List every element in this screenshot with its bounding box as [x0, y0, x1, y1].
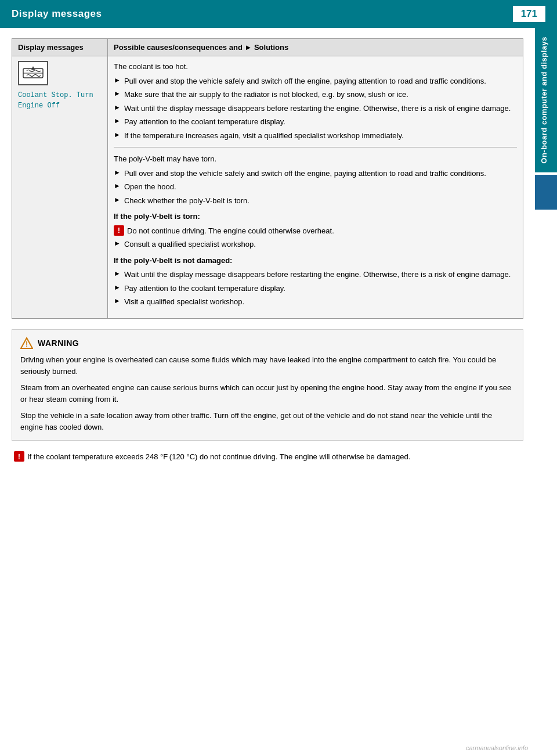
arrow-icon: ► [114, 103, 121, 111]
bullet-text: Visit a qualified specialist workshop. [124, 296, 244, 308]
arrow-icon: ► [114, 76, 121, 84]
arrow-icon: ► [114, 117, 121, 125]
hazard-note: ! If the coolant temperature exceeds 248… [12, 451, 523, 463]
bullet-item: ► Make sure that the air supply to the r… [114, 89, 517, 100]
header-bar: Display messages 171 [0, 0, 557, 28]
bullet-text: Consult a qualified specialist workshop. [124, 239, 256, 250]
divider [114, 147, 517, 147]
bullet-text: Make sure that the air supply to the rad… [124, 89, 408, 100]
coolant-icon-box [18, 61, 48, 85]
right-sidebar: On-board computer and displays [535, 28, 557, 434]
arrow-icon: ► [114, 297, 121, 305]
bullet-text: If the temperature increases again, visi… [124, 130, 404, 142]
section2-intro: The poly-V-belt may have torn. [114, 153, 517, 165]
bullet-item: ► Pull over and stop the vehicle safely … [114, 168, 517, 179]
warning-body: Driving when your engine is overheated c… [20, 354, 515, 434]
watermark: carmanualsonline.info [466, 744, 528, 751]
bullet-item: ► Check whether the poly-V-belt is torn. [114, 195, 517, 207]
warning-box: ! WARNING Driving when your engine is ov… [12, 329, 523, 441]
causes-section-1: The coolant is too hot. ► Pull over and … [114, 61, 517, 141]
bullet-text: Open the hood. [124, 181, 176, 193]
bullet-item: ► Visit a qualified specialist workshop. [114, 296, 517, 308]
bullet-text: Pull over and stop the vehicle safely an… [124, 75, 486, 87]
arrow-icon: ► [114, 182, 121, 190]
warning-triangle-icon: ! [20, 337, 33, 350]
arrow-icon: ► [114, 239, 121, 247]
sidebar-label: On-board computer and displays [535, 28, 557, 172]
bullet-text: Do not continue driving. The engine coul… [127, 225, 334, 237]
bullet-item: ► Wait until the display message disappe… [114, 103, 517, 114]
warning-paragraph-2: Steam from an overheated engine can caus… [20, 382, 515, 405]
svg-text:!: ! [26, 340, 28, 348]
bullet-item: ► Wait until the display message disappe… [114, 269, 517, 280]
bullet-item: ► If the temperature increases again, vi… [114, 130, 517, 142]
section1-intro: The coolant is too hot. [114, 61, 517, 73]
warning-title-row: ! WARNING [20, 337, 515, 350]
table-cell-display: Coolant Stop. TurnEngine Off [12, 56, 108, 319]
arrow-icon: ► [114, 196, 121, 204]
display-messages-table: Display messages Possible causes/consequ… [12, 38, 523, 319]
bold-section-label-2: If the poly-V-belt is not damaged: [114, 255, 517, 267]
hazard-icon-bottom: ! [14, 451, 24, 462]
bullet-item: ► Consult a qualified specialist worksho… [114, 239, 517, 250]
hazard-note-text: If the coolant temperature exceeds 248 °… [27, 451, 410, 463]
arrow-icon: ► [114, 168, 121, 177]
hazard-bullet: ! Do not continue driving. The engine co… [114, 225, 517, 237]
arrow-icon: ► [114, 131, 121, 139]
bullet-item: ► Pull over and stop the vehicle safely … [114, 75, 517, 87]
table-row: Coolant Stop. TurnEngine Off The coolant… [12, 56, 523, 319]
warning-title-text: WARNING [38, 339, 79, 348]
bold-section-label-1: If the poly-V-belt is torn: [114, 211, 517, 222]
coolant-icon [22, 64, 44, 82]
arrow-icon: ► [114, 89, 121, 98]
bullet-item: ► Pay attention to the coolant temperatu… [114, 116, 517, 128]
table-header-col2: Possible causes/consequences and ► Solut… [108, 39, 523, 56]
sidebar-blue-block [535, 175, 557, 210]
bullet-text: Pay attention to the coolant temperature… [124, 116, 285, 128]
causes-section-2: The poly-V-belt may have torn. ► Pull ov… [114, 153, 517, 308]
bullet-text: Wait until the display message disappear… [124, 269, 511, 280]
bullet-item: ► Pay attention to the coolant temperatu… [114, 283, 517, 294]
warning-paragraph-3: Stop the vehicle in a safe location away… [20, 410, 515, 433]
arrow-icon: ► [114, 283, 121, 291]
arrow-icon: ► [114, 269, 121, 278]
bullet-text: Wait until the display message disappear… [124, 103, 511, 114]
table-header-col1: Display messages [12, 39, 108, 56]
main-content: Display messages Possible causes/consequ… [0, 28, 535, 474]
bullet-text: Pull over and stop the vehicle safely an… [124, 168, 486, 179]
hazard-icon: ! [114, 225, 124, 236]
display-message-text: Coolant Stop. TurnEngine Off [18, 90, 102, 111]
table-cell-causes: The coolant is too hot. ► Pull over and … [108, 56, 523, 319]
bullet-text: Check whether the poly-V-belt is torn. [124, 195, 249, 207]
warning-paragraph-1: Driving when your engine is overheated c… [20, 354, 515, 377]
svg-marker-2 [31, 66, 35, 70]
bullet-text: Pay attention to the coolant temperature… [124, 283, 285, 294]
bullet-item: ► Open the hood. [114, 181, 517, 193]
header-title: Display messages [12, 8, 102, 20]
page-number: 171 [513, 6, 545, 22]
